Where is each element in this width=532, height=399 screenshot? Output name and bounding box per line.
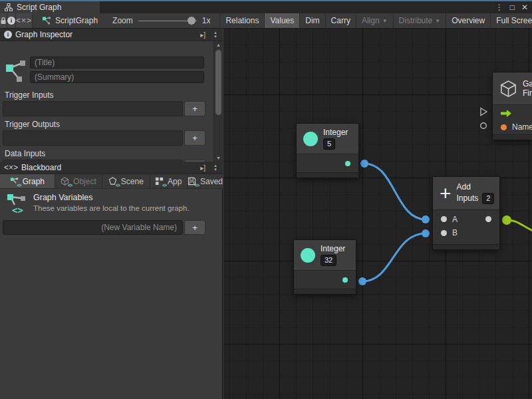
port-row-a: A [433, 210, 499, 225]
scrollbar-thumb[interactable] [215, 50, 221, 115]
trigger-inputs-box [3, 101, 183, 116]
relations-button[interactable]: Relations [219, 13, 264, 28]
inputs-label: Inputs [457, 194, 479, 203]
graph-node-icon [42, 16, 51, 25]
node-header: Integer 32 [294, 240, 356, 271]
script-graph-icon [5, 3, 13, 11]
node-footer [294, 289, 356, 294]
node-integer-32[interactable]: Integer 32 [293, 239, 356, 295]
node-title-line2: Find [523, 88, 532, 98]
graph-variables-section: <> Graph Variables These variables are l… [0, 190, 223, 219]
zoom-value: 1x [202, 16, 211, 25]
node-header: + Add Inputs 2 [433, 177, 499, 210]
panel-pin-icon[interactable]: ▸] [198, 164, 207, 172]
trigger-port-icon[interactable] [479, 107, 488, 116]
dim-button[interactable]: Dim [299, 13, 325, 28]
node-header: Integer 5 [297, 124, 358, 154]
inspect-button[interactable]: i [7, 13, 16, 28]
tab-scene[interactable]: <> Scene [102, 174, 150, 188]
blackboard-header: <×> Blackboard ▸] ▲▼ [0, 162, 223, 174]
zoom-control: Zoom 1x [112, 13, 210, 28]
connection-endpoint[interactable] [422, 229, 430, 237]
data-inputs-label: Data Inputs [5, 149, 45, 158]
tab-saved[interactable]: <> Saved [188, 174, 223, 188]
script-graph-window: Script Graph ⋮ □ ✕ i <×> [0, 0, 532, 399]
connection-integer32-to-b[interactable] [362, 233, 426, 281]
blackboard-icon: <×> [4, 163, 18, 172]
value-port-icon[interactable] [479, 122, 487, 130]
connection-endpoint[interactable] [422, 215, 430, 223]
lock-icon [0, 17, 7, 25]
input-port-a[interactable] [441, 216, 447, 222]
distribute-button[interactable]: Distribute▼ [393, 13, 446, 28]
zoom-slider-handle[interactable] [188, 17, 196, 25]
panel-pin-icon[interactable]: ▸] [198, 31, 207, 39]
maximize-icon[interactable]: □ [510, 3, 515, 12]
blackboard-title: Blackboard [21, 163, 61, 172]
flow-arrow-icon[interactable] [501, 110, 511, 117]
name-input-port[interactable] [501, 124, 507, 130]
port-row-b: B [433, 225, 499, 240]
new-variable-input[interactable] [3, 220, 183, 235]
scene-tab-icon: <> [108, 177, 118, 186]
header-scroll-arrows[interactable]: ▲▼ [211, 31, 220, 39]
add-trigger-input-button[interactable]: + [184, 101, 205, 116]
graph-name-label: ScriptGraph [55, 16, 98, 25]
add-icon: + [440, 185, 452, 202]
new-variable-row: + [3, 220, 205, 235]
align-button[interactable]: Align▼ [356, 13, 393, 28]
add-variable-button[interactable]: + [184, 220, 205, 235]
output-port[interactable] [342, 277, 348, 283]
graph-icon [5, 59, 27, 84]
lock-button[interactable] [0, 13, 7, 28]
connection-integer5-to-a[interactable] [364, 164, 426, 219]
port-a-label: A [452, 215, 458, 224]
node-title: Add [457, 182, 495, 192]
scroll-down-icon[interactable]: ▼ [214, 156, 223, 160]
menu-icon[interactable]: ⋮ [495, 3, 503, 12]
name-port-row: Name [493, 120, 532, 134]
toolbar-toggles: Relations Values Dim Carry Align▼ Distri… [219, 13, 532, 28]
inspector-scrollbar[interactable]: ▲ ▼ [213, 41, 223, 162]
svg-text:<>: <> [12, 205, 23, 215]
trigger-outputs-box [3, 130, 183, 146]
blackboard-tabs: <> Graph <> Object <> Scene [0, 174, 223, 189]
title-field[interactable] [30, 57, 204, 68]
graph-canvas[interactable]: Integer 5 Integer 32 [223, 29, 532, 399]
output-port-row [294, 271, 356, 289]
fullscreen-button[interactable]: Full Screen [490, 13, 532, 28]
tab-graph[interactable]: <> Graph [0, 174, 55, 188]
tab-object[interactable]: <> Object [55, 174, 102, 188]
connection-endpoint[interactable] [358, 277, 366, 285]
add-trigger-output-button[interactable]: + [184, 130, 205, 146]
input-port-b[interactable] [441, 230, 447, 236]
values-button[interactable]: Values [264, 13, 299, 28]
window-controls: ⋮ □ ✕ [495, 1, 528, 13]
node-integer-5[interactable]: Integer 5 [296, 123, 359, 178]
summary-field[interactable] [30, 71, 204, 83]
chevron-down-icon: ▼ [435, 18, 440, 24]
flow-port-row [493, 105, 532, 120]
node-add[interactable]: + Add Inputs 2 A B [432, 176, 500, 250]
output-port[interactable] [485, 216, 491, 222]
carry-button[interactable]: Carry [325, 13, 356, 28]
trigger-inputs-label: Trigger Inputs [5, 90, 54, 100]
connection-endpoint[interactable] [502, 215, 511, 225]
scroll-up-icon[interactable]: ▲ [214, 43, 223, 47]
chevron-down-icon: ▼ [382, 18, 388, 24]
inputs-count-field[interactable]: 2 [482, 193, 494, 204]
overview-button[interactable]: Overview [446, 13, 490, 28]
tab-script-graph[interactable]: Script Graph [0, 1, 100, 13]
titlebar: Script Graph ⋮ □ ✕ [0, 0, 532, 13]
tab-app[interactable]: <> App [150, 174, 188, 188]
integer-value-field[interactable]: 5 [323, 138, 335, 150]
graph-variables-title: Graph Variables [33, 193, 190, 202]
connection-endpoint[interactable] [360, 160, 368, 168]
zoom-slider[interactable] [138, 21, 197, 21]
node-gameobject-find[interactable]: Game Object Find Name [492, 72, 532, 140]
output-port[interactable] [345, 161, 350, 166]
integer-value-field[interactable]: 32 [321, 255, 336, 266]
variables-button[interactable]: <×> [16, 13, 33, 28]
close-icon[interactable]: ✕ [521, 3, 528, 12]
header-scroll-arrows[interactable]: ▲▼ [211, 164, 220, 172]
